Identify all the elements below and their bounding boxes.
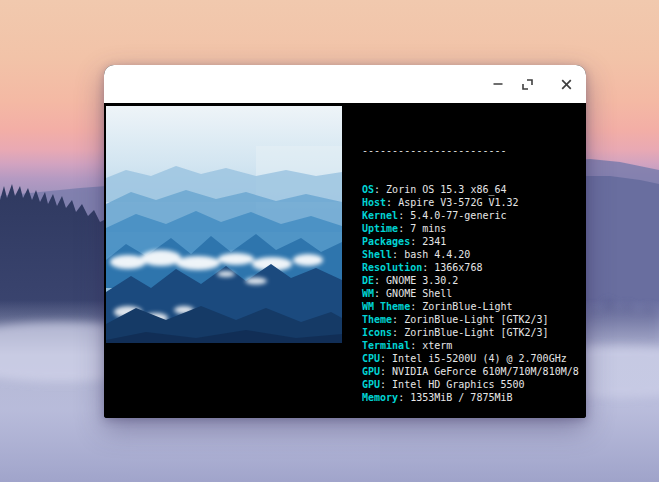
info-label: WM [362,288,374,299]
info-label: Kernel [362,210,398,221]
info-value: : GNOME Shell [374,288,452,299]
info-value: : bash 4.4.20 [392,249,470,260]
info-value: : NVIDIA GeForce 610M/710M/810M/8 [380,366,579,377]
info-label: Icons [362,327,392,338]
info-value: : ZorinBlue-Light [410,301,512,312]
window-minimize-icon [493,79,503,89]
info-value: : 5.4.0-77-generic [398,210,506,221]
neofetch-separator: ------------------------ [362,144,579,157]
info-label: CPU [362,353,380,364]
info-value: : GNOME 3.30.2 [374,275,458,286]
info-label: WM Theme [362,301,410,312]
maximize-button[interactable] [515,65,539,103]
info-label: OS [362,184,374,195]
window-maximize-icon [522,79,533,90]
xterm-window: ------------------------ OS: Zorin OS 15… [104,65,586,418]
terminal-viewport[interactable]: ------------------------ OS: Zorin OS 15… [104,103,586,418]
info-label: Terminal [362,340,410,351]
info-line: Theme: ZorinBlue-Light [GTK2/3] [362,313,579,326]
info-value: : xterm [410,340,452,351]
info-value: : 7 mins [398,223,446,234]
info-value: : ZorinBlue-Light [GTK2/3] [392,314,549,325]
info-value: : 1366x768 [422,262,482,273]
info-line: Icons: ZorinBlue-Light [GTK2/3] [362,326,579,339]
info-line: WM Theme: ZorinBlue-Light [362,300,579,313]
info-label: DE [362,275,374,286]
info-line: Memory: 1353MiB / 7875MiB [362,391,579,404]
info-line: Uptime: 7 mins [362,222,579,235]
info-line: Terminal: xterm [362,339,579,352]
info-line: Resolution: 1366x768 [362,261,579,274]
info-label: Host [362,197,386,208]
info-line: OS: Zorin OS 15.3 x86_64 [362,183,579,196]
minimize-button[interactable] [486,65,510,103]
info-value: : Intel HD Graphics 5500 [380,379,525,390]
info-value: : 1353MiB / 7875MiB [398,392,512,403]
info-label: GPU [362,366,380,377]
info-line: Shell: bash 4.4.20 [362,248,579,261]
info-label: Uptime [362,223,398,234]
info-label: Packages [362,236,410,247]
window-close-icon [561,79,572,90]
close-button[interactable] [554,65,578,103]
info-value: : 2341 [410,236,446,247]
info-label: Resolution [362,262,422,273]
info-label: Theme [362,314,392,325]
neofetch-output: ------------------------ OS: Zorin OS 15… [362,118,579,418]
info-line: DE: GNOME 3.30.2 [362,274,579,287]
info-line: CPU: Intel i5-5200U (4) @ 2.700GHz [362,352,579,365]
info-value: : Intel i5-5200U (4) @ 2.700GHz [380,353,567,364]
info-label: GPU [362,379,380,390]
info-line: GPU: Intel HD Graphics 5500 [362,378,579,391]
info-line: Packages: 2341 [362,235,579,248]
mountain-photo-image [106,106,342,343]
window-titlebar[interactable] [104,65,586,103]
info-line: GPU: NVIDIA GeForce 610M/710M/810M/8 [362,365,579,378]
info-line: Host: Aspire V3-572G V1.32 [362,196,579,209]
neofetch-info-list: OS: Zorin OS 15.3 x86_64Host: Aspire V3-… [362,183,579,404]
info-line: WM: GNOME Shell [362,287,579,300]
info-line: Kernel: 5.4.0-77-generic [362,209,579,222]
info-value: : Zorin OS 15.3 x86_64 [374,184,506,195]
info-label: Shell [362,249,392,260]
info-value: : ZorinBlue-Light [GTK2/3] [392,327,549,338]
info-value: : Aspire V3-572G V1.32 [386,197,518,208]
info-label: Memory [362,392,398,403]
